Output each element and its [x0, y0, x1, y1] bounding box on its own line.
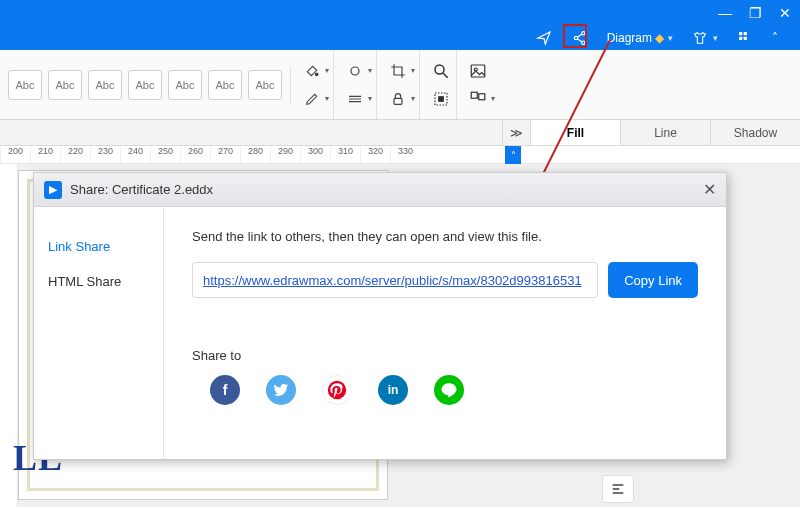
app-icon: ▶	[44, 181, 62, 199]
ruler-marker[interactable]: ˄	[505, 146, 521, 164]
crop-icon[interactable]	[387, 60, 409, 82]
share-pinterest-button[interactable]	[322, 375, 352, 405]
diamond-icon: ◆	[655, 31, 664, 45]
style-preset-button[interactable]: Abc	[48, 70, 82, 100]
style-preset-button[interactable]: Abc	[208, 70, 242, 100]
maximize-button[interactable]: ❐	[740, 0, 770, 25]
highlight-box	[563, 24, 587, 48]
dialog-body: Link Share HTML Share Send the link to o…	[34, 207, 726, 459]
ruler-tick: 300	[300, 146, 330, 163]
style-preset-button[interactable]: Abc	[168, 70, 202, 100]
share-linkedin-button[interactable]: in	[378, 375, 408, 405]
tab-spacer	[0, 120, 502, 145]
share-url[interactable]: https://www.edrawmax.com/server/public/s…	[203, 273, 582, 288]
grid-apps-icon	[736, 29, 754, 47]
arrange-icon[interactable]	[467, 88, 489, 110]
style-preset-button[interactable]: Abc	[128, 70, 162, 100]
pen-icon[interactable]	[301, 88, 323, 110]
style-preset-button[interactable]: Abc	[88, 70, 122, 100]
svg-rect-13	[471, 65, 485, 77]
window-titlebar: — ❐ ✕	[0, 0, 800, 25]
select-all-icon[interactable]	[430, 88, 452, 110]
format-tools-2: ▾ ▾	[340, 50, 377, 119]
svg-point-10	[435, 65, 444, 74]
layout-tools: ▾	[463, 50, 499, 119]
send-button[interactable]	[531, 25, 557, 50]
ruler-tick: 220	[60, 146, 90, 163]
chevron-down-icon[interactable]: ▾	[368, 94, 372, 103]
dialog-sidebar: Link Share HTML Share	[34, 207, 164, 459]
theme-dropdown[interactable]: ▾	[687, 25, 722, 50]
dialog-titlebar[interactable]: ▶ Share: Certificate 2.eddx ✕	[34, 173, 726, 207]
ruler-tick: 290	[270, 146, 300, 163]
tab-fill[interactable]: Fill	[530, 120, 620, 145]
chevron-down-icon[interactable]: ▾	[325, 66, 329, 75]
paper-plane-icon	[535, 29, 553, 47]
share-description: Send the link to others, then they can o…	[192, 229, 698, 244]
share-dialog: ▶ Share: Certificate 2.eddx ✕ Link Share…	[33, 172, 727, 460]
apps-button[interactable]	[732, 25, 758, 50]
format-tools-1: ▾ ▾	[297, 50, 334, 119]
tshirt-icon	[691, 29, 709, 47]
tab-link-share[interactable]: Link Share	[34, 229, 163, 264]
collapse-top-button[interactable]: ˄	[768, 25, 782, 50]
share-button[interactable]	[567, 25, 593, 50]
line-style-icon[interactable]	[344, 88, 366, 110]
style-preset-button[interactable]: Abc	[8, 70, 42, 100]
share-facebook-button[interactable]: f	[210, 375, 240, 405]
lock-icon[interactable]	[387, 88, 409, 110]
share-twitter-button[interactable]	[266, 375, 296, 405]
ruler-tick: 320	[360, 146, 390, 163]
tab-line[interactable]: Line	[620, 120, 710, 145]
svg-rect-6	[744, 36, 747, 39]
diagram-dropdown[interactable]: Diagram ◆ ▾	[603, 25, 677, 50]
svg-point-7	[315, 73, 318, 76]
chevron-down-icon[interactable]: ▾	[411, 94, 415, 103]
share-url-box[interactable]: https://www.edrawmax.com/server/public/s…	[192, 262, 598, 298]
ruler-tick: 280	[240, 146, 270, 163]
ruler-tick: 200	[0, 146, 30, 163]
shape-circle-icon[interactable]	[344, 60, 366, 82]
close-button[interactable]: ✕	[770, 0, 800, 25]
svg-rect-3	[739, 32, 742, 35]
chevron-up-icon: ˄	[772, 31, 778, 45]
minimize-button[interactable]: —	[710, 0, 740, 25]
ruler-tick: 270	[210, 146, 240, 163]
ruler-tick: 210	[30, 146, 60, 163]
search-icon[interactable]	[430, 60, 452, 82]
bottom-toolbar	[18, 471, 800, 507]
share-to-label: Share to	[192, 348, 698, 363]
svg-rect-15	[471, 92, 477, 98]
dialog-close-button[interactable]: ✕	[703, 180, 716, 199]
view-tools	[426, 50, 457, 119]
tab-html-share[interactable]: HTML Share	[34, 264, 163, 299]
chevron-down-icon[interactable]: ▾	[491, 94, 495, 103]
chevron-down-icon[interactable]: ▾	[368, 66, 372, 75]
svg-rect-16	[479, 93, 485, 99]
copy-link-button[interactable]: Copy Link	[608, 262, 698, 298]
ruler-tick: 260	[180, 146, 210, 163]
dialog-title: Share: Certificate 2.eddx	[70, 182, 213, 197]
link-row: https://www.edrawmax.com/server/public/s…	[192, 262, 698, 298]
picture-icon[interactable]	[467, 60, 489, 82]
svg-rect-4	[744, 32, 747, 35]
align-button[interactable]	[602, 475, 634, 503]
style-preset-button[interactable]: Abc	[248, 70, 282, 100]
style-presets-group: AbcAbcAbcAbcAbcAbcAbc	[0, 66, 291, 104]
expand-panel-button[interactable]: ≫	[502, 120, 530, 145]
share-line-button[interactable]	[434, 375, 464, 405]
window-controls: — ❐ ✕	[710, 0, 800, 25]
top-quick-bar: Diagram ◆ ▾ ▾ ˄	[0, 25, 800, 50]
chevron-down-icon[interactable]: ▾	[325, 94, 329, 103]
format-tools-3: ▾ ▾	[383, 50, 420, 119]
tab-shadow[interactable]: Shadow	[710, 120, 800, 145]
svg-rect-5	[739, 36, 742, 39]
share-icons-row: f in	[192, 375, 698, 405]
fill-bucket-icon[interactable]	[301, 60, 323, 82]
horizontal-ruler: 2002102202302402502602702802903003103203…	[0, 146, 800, 164]
chevron-down-icon: ▾	[713, 33, 718, 43]
ruler-tick: 330	[390, 146, 420, 163]
ribbon-toolbar: AbcAbcAbcAbcAbcAbcAbc ▾ ▾ ▾ ▾ ▾ ▾	[0, 50, 800, 120]
ruler-tick: 230	[90, 146, 120, 163]
chevron-down-icon[interactable]: ▾	[411, 66, 415, 75]
